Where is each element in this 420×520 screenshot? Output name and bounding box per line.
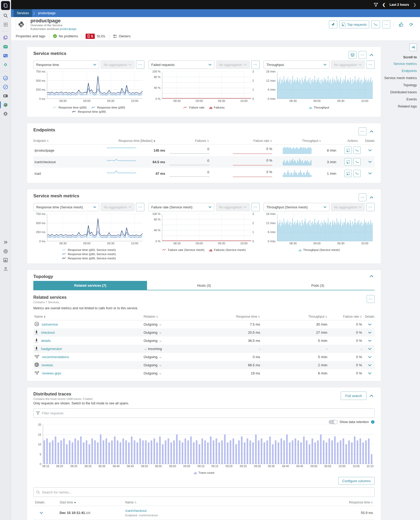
legend-item[interactable]: Response time (p90) bbox=[91, 106, 125, 109]
related-service-link[interactable]: loadgenerator bbox=[41, 347, 62, 351]
user-icon[interactable] bbox=[0, 265, 11, 274]
timeframe-label[interactable]: Last 2 hours bbox=[390, 3, 409, 7]
legend-item[interactable]: Response time (p99) bbox=[72, 110, 106, 113]
metric-selector[interactable]: Response time (Service mesh) bbox=[33, 203, 99, 211]
col-failure-rate[interactable]: Failure rate⇅ bbox=[220, 139, 283, 143]
scroll-to-service-metrics[interactable]: Service metrics bbox=[375, 62, 417, 66]
scroll-to-related-logs[interactable]: Related logs bbox=[375, 104, 417, 108]
collapse-service-metrics-icon[interactable] bbox=[369, 53, 375, 57]
kubernetes-app-icon[interactable] bbox=[0, 100, 11, 109]
col-tr-response-time[interactable]: Response time⇅ bbox=[338, 501, 375, 504]
feedback-thumbs-up-icon[interactable] bbox=[397, 20, 405, 28]
service-metrics-more-button[interactable]: ⋯ bbox=[359, 51, 366, 59]
top-requests-button[interactable]: Top requests bbox=[339, 20, 369, 28]
metric-selector[interactable]: Throughput bbox=[264, 60, 329, 69]
metric-selector[interactable]: Failed requests bbox=[148, 60, 214, 69]
related-details-chevron-icon[interactable] bbox=[368, 340, 371, 342]
related-details-chevron-icon[interactable] bbox=[368, 332, 371, 334]
layers-button[interactable] bbox=[349, 51, 356, 59]
col-failures[interactable]: Failures⇅ bbox=[167, 139, 220, 143]
endpoint-analysis-button[interactable] bbox=[353, 158, 361, 166]
dynatrace-logo[interactable] bbox=[1, 1, 10, 10]
collapse-topology-icon[interactable] bbox=[369, 274, 375, 279]
endpoint-top-requests-button[interactable] bbox=[344, 158, 352, 166]
metric-selector[interactable]: Failure rate (Service mesh) bbox=[148, 203, 214, 211]
col-name[interactable]: Name⇕ bbox=[33, 315, 144, 318]
more-actions-button[interactable]: ⋯ bbox=[382, 20, 390, 28]
related-details-chevron-icon[interactable] bbox=[368, 356, 371, 358]
legend-item[interactable]: Failures (Service mesh) bbox=[209, 248, 246, 251]
collapse-service-mesh-icon[interactable] bbox=[369, 195, 375, 200]
related-details-chevron-icon[interactable] bbox=[368, 348, 371, 350]
endpoints-more-button[interactable]: ⋯ bbox=[359, 127, 366, 135]
properties-tags-tab[interactable]: Properties and tags bbox=[16, 34, 45, 38]
breadcrumb-services[interactable]: Services bbox=[14, 9, 32, 17]
collapse-nav-icon[interactable] bbox=[410, 44, 417, 51]
reports-icon[interactable] bbox=[0, 256, 11, 265]
filter-requests-input[interactable] bbox=[42, 411, 372, 415]
chart-more-button[interactable]: ⋯ bbox=[251, 60, 260, 69]
slos-tab[interactable]: 5 SLOs bbox=[86, 34, 105, 39]
endpoint-analysis-button[interactable] bbox=[353, 147, 361, 154]
pin-button[interactable] bbox=[329, 20, 337, 28]
col-rs-failure-rate[interactable]: Failure rate⇅ bbox=[338, 315, 364, 318]
owners-tab[interactable]: Owners bbox=[113, 34, 131, 38]
hosts-app-icon[interactable] bbox=[0, 91, 11, 100]
chart-more-button[interactable]: ⋯ bbox=[136, 60, 144, 69]
endpoint-details-chevron-icon[interactable] bbox=[368, 161, 372, 163]
related-details-chevron-icon[interactable] bbox=[368, 323, 371, 326]
apps-grid-icon[interactable] bbox=[0, 20, 11, 29]
search-icon[interactable] bbox=[0, 11, 11, 20]
legend-item[interactable]: Response time (p90, Service mesh) bbox=[62, 253, 116, 256]
synthetic-app-icon[interactable] bbox=[0, 60, 11, 69]
chart-more-button[interactable]: ⋯ bbox=[366, 60, 375, 69]
chart-more-button[interactable]: ⋯ bbox=[136, 203, 144, 211]
scroll-to-events[interactable]: Events bbox=[375, 97, 417, 101]
endpoint-top-requests-button[interactable] bbox=[344, 170, 352, 177]
dashboards-app-icon[interactable] bbox=[0, 42, 11, 51]
legend-item[interactable]: Throughput bbox=[309, 106, 329, 109]
clouds-app-icon[interactable] bbox=[0, 33, 11, 42]
endpoint-top-requests-button[interactable] bbox=[344, 147, 352, 154]
collapse-traces-icon[interactable] bbox=[369, 394, 375, 398]
filter-icon[interactable] bbox=[374, 3, 378, 7]
timeframe-forward-icon[interactable]: ❯ bbox=[413, 3, 416, 7]
col-tr-start-time[interactable]: Start time▼ bbox=[60, 501, 125, 504]
scroll-to-distributed-traces[interactable]: Distributed traces bbox=[375, 90, 417, 94]
trace-details-chevron-icon[interactable] bbox=[40, 512, 43, 514]
col-tr-name[interactable]: Name⇅ bbox=[125, 501, 338, 504]
related-services-more-button[interactable]: ⋯ bbox=[367, 295, 375, 303]
workload-link[interactable]: productpage bbox=[60, 27, 76, 30]
col-endpoint[interactable]: Endpoint⇅ bbox=[33, 139, 107, 143]
col-rs-throughput[interactable]: Throughput⇅ bbox=[275, 315, 338, 318]
tab-hosts[interactable]: Hosts (3) bbox=[147, 281, 261, 290]
legend-item[interactable]: Failures bbox=[209, 106, 225, 109]
related-service-link[interactable]: recommendations bbox=[42, 355, 69, 359]
scroll-to-endpoints[interactable]: Endpoints bbox=[375, 69, 417, 73]
show-data-retention-toggle[interactable] bbox=[329, 420, 338, 424]
scroll-to-topology[interactable]: Topology bbox=[375, 83, 417, 87]
related-service-link[interactable]: reviews-grpc bbox=[42, 371, 61, 375]
legend-item[interactable]: Response time (p50, Service mesh) bbox=[62, 248, 116, 251]
chart-more-button[interactable]: ⋯ bbox=[366, 203, 375, 211]
tab-related-services[interactable]: Related services (7) bbox=[33, 281, 147, 290]
info-icon[interactable]: i bbox=[371, 420, 375, 424]
problems-tab[interactable]: No problems bbox=[53, 34, 78, 38]
chart-more-button[interactable]: ⋯ bbox=[251, 203, 260, 211]
trace-name-link[interactable]: /cart/checkout bbox=[125, 509, 146, 513]
legend-item[interactable]: Response time (p50) bbox=[53, 106, 87, 109]
related-details-chevron-icon[interactable] bbox=[368, 364, 371, 366]
legend-item[interactable]: Failure rate (Service mesh) bbox=[162, 248, 204, 251]
search-names-input[interactable] bbox=[42, 490, 372, 494]
col-rs-response-time[interactable]: Response time⇅ bbox=[209, 315, 275, 318]
metric-selector[interactable]: Response time bbox=[33, 60, 99, 69]
legend-item[interactable]: Failure rate bbox=[183, 106, 204, 109]
expand-rail-icon[interactable] bbox=[0, 238, 11, 247]
refresh-icon[interactable]: ⟳ bbox=[407, 20, 415, 28]
related-service-link[interactable]: cartservice bbox=[41, 322, 58, 326]
col-response-time[interactable]: Response time [Median]▼ bbox=[107, 139, 167, 143]
timeframe-back-icon[interactable]: ❮ bbox=[382, 3, 385, 7]
scroll-to-service-mesh-metrics[interactable]: Service mesh metrics bbox=[375, 76, 417, 80]
related-service-link[interactable]: details bbox=[41, 339, 51, 343]
trace-count-legend[interactable]: Trace count bbox=[194, 471, 214, 474]
